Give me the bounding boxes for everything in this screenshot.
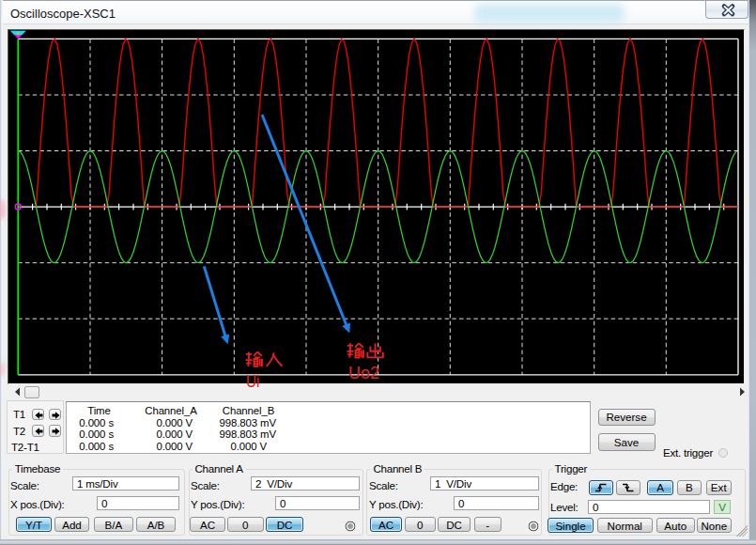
svg-text:Uo2: Uo2 [348, 363, 379, 382]
svg-text:Ui: Ui [246, 371, 260, 391]
